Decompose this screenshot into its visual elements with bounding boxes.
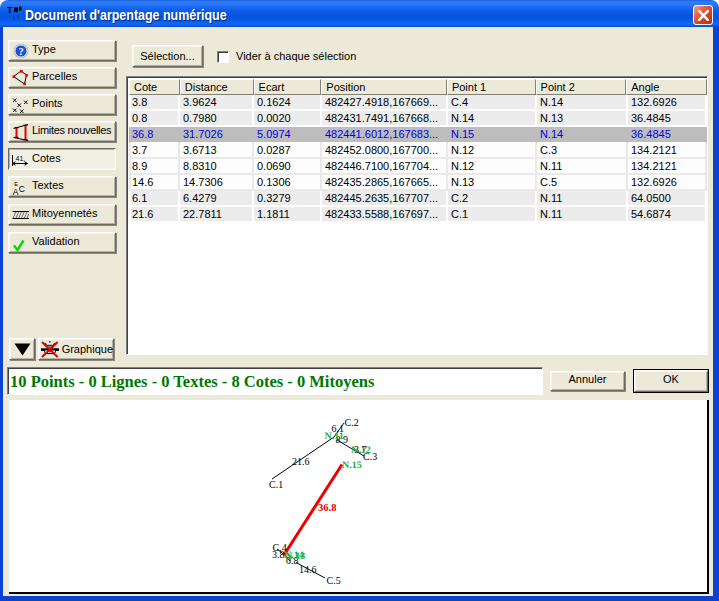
svg-text:21.6: 21.6 [292, 456, 310, 467]
svg-text:C.5: C.5 [327, 575, 341, 586]
svg-text:C: C [18, 183, 24, 193]
svg-text:C.2: C.2 [345, 417, 359, 428]
svg-text:C.1: C.1 [269, 479, 283, 490]
svg-text:LT: LT [13, 14, 20, 21]
svg-text:3.8: 3.8 [272, 549, 285, 560]
svg-text:?: ? [18, 46, 23, 57]
svg-text:N.12: N.12 [351, 445, 371, 456]
svg-text:41,: 41, [15, 155, 25, 162]
svg-text:N.11: N.11 [325, 431, 344, 442]
svg-text:N.13: N.13 [286, 551, 306, 562]
svg-text:14.6: 14.6 [299, 564, 317, 575]
svg-text:N.15: N.15 [342, 460, 362, 471]
svg-text:36.8: 36.8 [318, 502, 336, 513]
